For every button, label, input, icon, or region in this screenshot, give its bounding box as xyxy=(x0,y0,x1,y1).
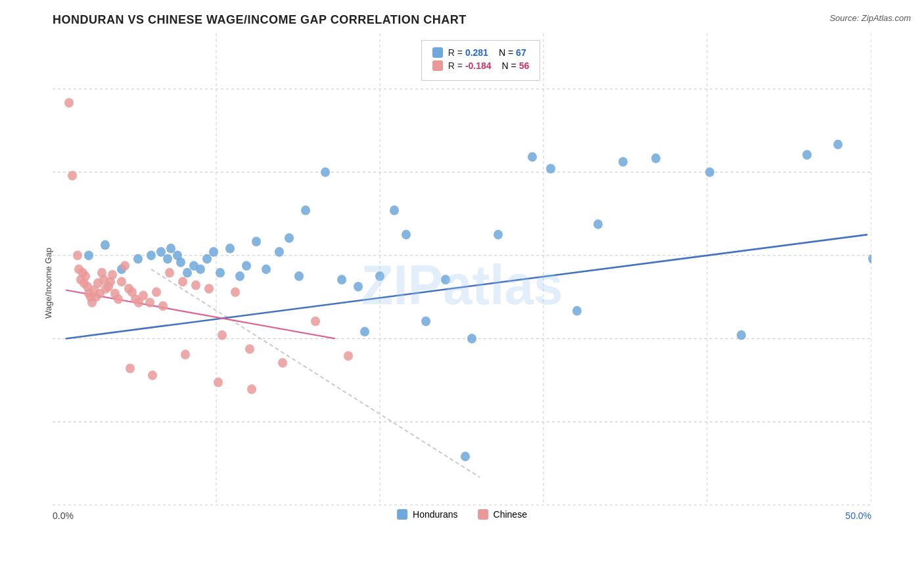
svg-point-27 xyxy=(166,244,175,254)
svg-point-104 xyxy=(204,284,214,294)
svg-point-56 xyxy=(528,152,537,162)
bottom-legend: Hondurans Chinese xyxy=(397,509,527,520)
chinese-r-label: R = xyxy=(448,60,463,71)
bottom-legend-hondurans: Hondurans xyxy=(397,509,458,520)
hondurans-n-value: 67 xyxy=(516,47,526,58)
svg-point-46 xyxy=(337,275,346,284)
svg-point-116 xyxy=(461,452,470,462)
svg-point-105 xyxy=(218,330,227,340)
hondurans-r-value: 0.281 xyxy=(465,47,488,58)
svg-point-26 xyxy=(163,254,172,264)
svg-point-29 xyxy=(176,258,185,267)
chinese-r-value: -0.184 xyxy=(465,60,492,71)
svg-point-61 xyxy=(651,154,660,164)
svg-point-64 xyxy=(802,150,812,160)
svg-point-69 xyxy=(73,250,82,260)
svg-point-34 xyxy=(209,247,218,257)
svg-point-39 xyxy=(252,237,261,246)
svg-point-107 xyxy=(245,344,254,354)
svg-point-115 xyxy=(247,384,256,394)
svg-point-74 xyxy=(81,271,90,281)
svg-point-41 xyxy=(275,247,284,257)
svg-point-65 xyxy=(833,140,843,150)
svg-point-68 xyxy=(68,171,77,181)
svg-point-97 xyxy=(139,291,148,301)
svg-point-43 xyxy=(294,271,304,281)
chinese-n-label: N = xyxy=(502,60,517,71)
svg-point-52 xyxy=(421,317,430,327)
svg-point-45 xyxy=(321,168,330,177)
svg-point-101 xyxy=(165,268,174,278)
svg-point-110 xyxy=(344,351,353,361)
svg-point-57 xyxy=(546,164,555,173)
svg-point-106 xyxy=(231,287,240,297)
svg-point-114 xyxy=(214,378,223,388)
chinese-bottom-swatch xyxy=(478,509,488,520)
svg-text:ZIPatlas: ZIPatlas xyxy=(361,254,563,315)
svg-point-48 xyxy=(360,327,369,337)
legend-hondurans: R = 0.281 N = 67 xyxy=(432,47,530,58)
svg-point-112 xyxy=(148,371,157,380)
svg-point-35 xyxy=(216,268,225,278)
legend-chinese: R = -0.184 N = 56 xyxy=(432,60,530,71)
source-label: Source: ZipAtlas.com xyxy=(829,13,911,23)
svg-text:0.0%: 0.0% xyxy=(53,510,74,521)
svg-point-99 xyxy=(152,287,161,297)
svg-point-23 xyxy=(133,254,143,264)
svg-point-38 xyxy=(242,261,251,271)
chinese-swatch xyxy=(432,60,443,71)
svg-point-42 xyxy=(285,233,294,243)
hondurans-n-label: N = xyxy=(499,47,513,58)
svg-point-21 xyxy=(101,240,110,250)
svg-point-50 xyxy=(390,206,399,215)
svg-point-108 xyxy=(278,358,287,368)
svg-point-67 xyxy=(64,98,74,108)
svg-point-37 xyxy=(235,271,244,281)
hondurans-bottom-label: Hondurans xyxy=(413,509,458,520)
svg-text:50.0%: 50.0% xyxy=(845,510,871,521)
svg-point-25 xyxy=(156,247,166,257)
svg-point-102 xyxy=(178,277,187,287)
svg-point-98 xyxy=(145,298,154,307)
svg-point-33 xyxy=(202,254,212,264)
chart-title: HONDURAN VS CHINESE WAGE/INCOME GAP CORR… xyxy=(53,13,871,27)
svg-point-62 xyxy=(705,168,714,177)
svg-point-113 xyxy=(181,349,190,359)
chinese-bottom-label: Chinese xyxy=(494,509,527,520)
hondurans-bottom-swatch xyxy=(397,509,407,520)
svg-point-58 xyxy=(572,306,582,316)
svg-point-54 xyxy=(467,334,476,344)
hondurans-r-label: R = xyxy=(448,47,463,58)
svg-point-63 xyxy=(737,330,746,340)
svg-point-91 xyxy=(117,277,126,287)
svg-line-19 xyxy=(66,290,335,339)
svg-point-51 xyxy=(402,230,411,240)
svg-point-59 xyxy=(593,219,603,229)
svg-point-20 xyxy=(84,250,93,260)
svg-point-44 xyxy=(301,206,310,215)
svg-point-92 xyxy=(120,261,129,271)
chinese-n-value: 56 xyxy=(519,60,530,71)
svg-point-32 xyxy=(196,265,205,275)
svg-point-30 xyxy=(183,268,192,278)
svg-point-24 xyxy=(147,250,156,260)
svg-point-109 xyxy=(311,317,320,327)
svg-point-36 xyxy=(225,244,235,254)
svg-point-40 xyxy=(262,265,271,275)
svg-point-90 xyxy=(114,294,123,304)
svg-point-55 xyxy=(494,230,503,240)
hondurans-swatch xyxy=(432,47,443,58)
svg-point-88 xyxy=(108,270,117,280)
chart-svg: 60.0% 45.0% 30.0% 15.0% 0.0% 50.0% xyxy=(53,34,871,533)
svg-point-111 xyxy=(126,363,135,373)
bottom-legend-chinese: Chinese xyxy=(478,509,527,520)
svg-point-103 xyxy=(191,281,200,290)
svg-point-100 xyxy=(158,301,168,311)
svg-point-60 xyxy=(618,157,628,167)
legend-box: R = 0.281 N = 67 R = -0.184 N = 56 xyxy=(421,40,541,81)
